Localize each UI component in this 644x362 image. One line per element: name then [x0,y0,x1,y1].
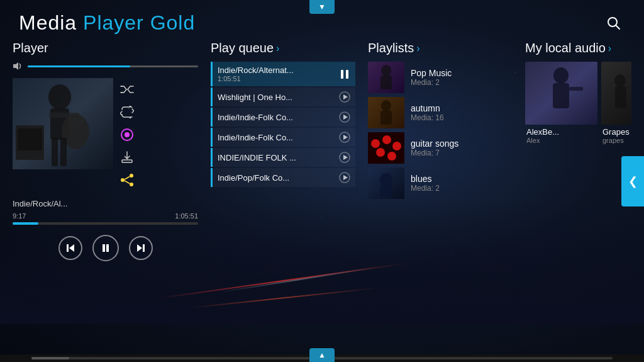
next-icon [136,244,145,252]
volume-icon [13,62,23,71]
svg-point-18 [130,174,133,178]
svg-rect-43 [380,76,392,89]
svg-line-21 [125,177,130,180]
playback-controls [13,235,198,261]
local-audio-chevron: › [608,43,611,54]
search-button[interactable] [602,12,625,35]
radio-button[interactable] [118,126,136,144]
svg-point-45 [381,100,391,111]
player-section: Player [13,41,198,354]
svg-line-1 [616,25,619,29]
local-item-name: Grapes - l... [602,127,631,137]
local-item-sub: Alex [526,137,596,144]
playlist-item-name: guitar songs [411,139,458,149]
svg-point-51 [376,148,385,157]
pause-button[interactable] [92,235,119,261]
playlists-section-title[interactable]: Playlists › [368,41,513,55]
local-thumb-2 [601,62,631,125]
queue-item[interactable]: Indie/Indie-Folk Co... [211,108,355,127]
right-nav-arrow[interactable]: ❮ [621,156,644,206]
local-item-name: AlexBe... [526,127,596,137]
radio-icon [120,128,134,142]
svg-marker-34 [343,115,348,120]
svg-rect-46 [380,111,392,125]
svg-point-16 [125,132,130,137]
local-audio-title[interactable]: My local audio › [525,41,631,55]
queue-item-info: INDIE/INDIE FOLK ... [218,153,335,162]
svg-rect-7 [49,113,79,118]
blues-thumb-svg [368,167,404,199]
play-queue-icon [339,132,350,143]
scroll-thumb [31,357,69,359]
content-area: Player [0,41,644,354]
local-item[interactable]: AlexBe... Alex [525,62,597,147]
bottom-scroll-arrow[interactable]: ▲ [309,348,335,362]
share-button[interactable] [118,171,136,189]
svg-rect-55 [380,185,392,196]
prev-button[interactable] [58,236,82,260]
playlist-item-count: Media: 7 [411,149,458,157]
svg-point-4 [48,84,71,110]
queue-item-duration: 1:05:51 [218,75,335,82]
svg-line-22 [125,181,130,184]
queue-section-title[interactable]: Play queue › [211,41,355,55]
svg-point-20 [130,183,133,186]
playlist-item[interactable]: Pop Music Media: 2 [368,62,513,93]
play-icon-sm [339,91,350,103]
playlists-chevron: › [416,43,419,54]
shuffle-button[interactable] [118,81,136,98]
play-queue-icon [339,91,350,103]
svg-point-57 [553,67,569,84]
playlist-item-info: autumn Media: 16 [411,103,444,122]
queue-item[interactable]: Indie/Rock/Alternat... 1:05:51 [211,62,355,86]
time-total: 1:05:51 [175,212,198,220]
svg-marker-2 [13,62,18,70]
pop-thumb-svg [368,62,404,93]
top-scroll-arrow[interactable]: ▼ [309,0,335,14]
queue-item[interactable]: Wishlight | One Ho... [211,88,355,106]
svg-point-52 [387,152,396,161]
play-queue-icon [339,172,350,183]
svg-point-50 [392,142,401,150]
playlist-item-name: autumn [411,103,444,113]
queue-item-info: Wishlight | One Ho... [218,93,335,102]
queue-item-info: Indie/Pop/Folk Co... [218,173,335,183]
svg-marker-23 [69,244,74,252]
queue-section: Play queue › Indie/Rock/Alternat... 1:05… [211,41,355,354]
share-icon [120,173,134,187]
svg-point-61 [614,74,626,87]
repeat-button[interactable] [118,103,136,121]
queue-item[interactable]: INDIE/INDIE FOLK ... [211,148,355,167]
shuffle-icon [120,84,134,95]
playlist-item[interactable]: blues Media: 2 [368,167,513,199]
main-layout: Media Player Gold Player [0,0,644,354]
playlist-item-info: blues Media: 2 [411,174,440,193]
queue-item[interactable]: Indie/Indie-Folk Co... [211,128,355,147]
volume-track[interactable] [28,65,198,67]
app-title-blue: Player Gold [83,11,195,34]
local-item-sub: grapes [602,137,631,144]
chevron-left-icon: ❮ [628,174,638,188]
playlist-item-info: Pop Music Media: 2 [411,68,452,87]
album-art-image [13,78,113,169]
upload-button[interactable] [118,149,136,166]
svg-marker-40 [343,175,348,180]
queue-item-title: Indie/Pop/Folk Co... [218,173,335,183]
svg-rect-28 [143,244,145,252]
queue-item-title: Indie/Indie-Folk Co... [218,113,335,122]
play-icon-sm [339,111,350,123]
next-button[interactable] [129,236,153,260]
playlist-item[interactable]: guitar songs Media: 7 [368,132,513,164]
playlist-item-name: Pop Music [411,68,452,78]
local-item[interactable]: Grapes - l... grapes [601,62,631,147]
local-audio-items: AlexBe... Alex [525,62,631,147]
upload-icon [121,151,133,164]
play-queue-icon [339,111,350,123]
app-title: Media Player Gold [19,11,195,35]
queue-item-title: Indie/Rock/Alternat... [218,65,335,75]
svg-point-54 [380,173,392,187]
queue-item[interactable]: Indie/Pop/Folk Co... [211,168,355,187]
playlist-item[interactable]: autumn Media: 16 [368,97,513,128]
queue-chevron: › [276,43,279,54]
progress-bar[interactable] [13,222,198,225]
